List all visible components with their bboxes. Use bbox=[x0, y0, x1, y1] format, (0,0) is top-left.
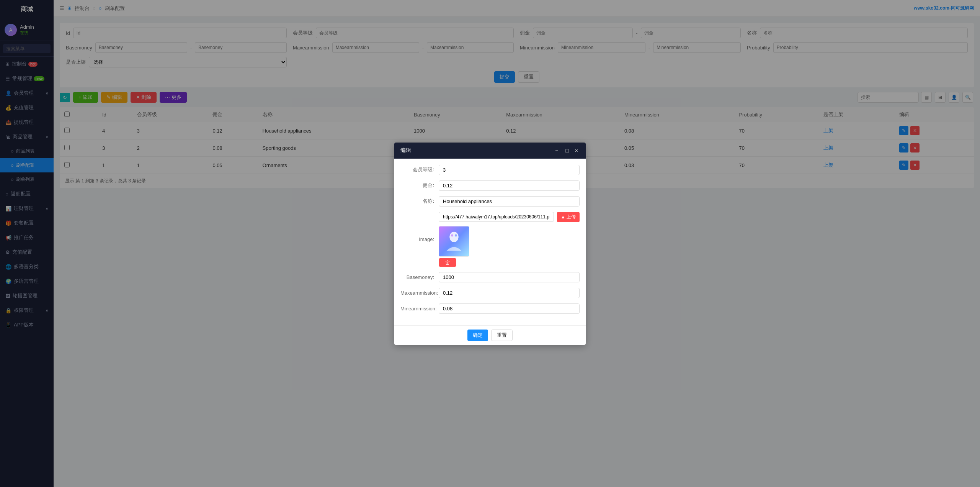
modal-field-maxearnmission: Maxearnmission: bbox=[400, 288, 580, 298]
modal-image-thumb-wrap: 🗑 bbox=[439, 226, 580, 267]
modal-field-name: 名称: bbox=[400, 196, 580, 207]
modal-header: 编辑 － □ × bbox=[394, 143, 586, 159]
modal-image-url-input[interactable] bbox=[439, 212, 554, 222]
modal-minimize-btn[interactable]: － bbox=[552, 146, 561, 155]
svg-point-3 bbox=[455, 234, 457, 236]
modal-title: 编辑 bbox=[400, 147, 411, 154]
modal-overlay: 编辑 － □ × 会员等级: 佣金: 名称: bbox=[0, 0, 980, 487]
modal-delete-image-btn[interactable]: 🗑 bbox=[439, 258, 456, 267]
svg-point-1 bbox=[449, 231, 458, 242]
modal-image-thumb bbox=[439, 226, 469, 257]
modal-field-minearnmission: Minearnmission: bbox=[400, 303, 580, 314]
modal-image-row: ▲ 上传 bbox=[439, 212, 580, 222]
modal-close-btn[interactable]: × bbox=[573, 147, 580, 154]
svg-point-2 bbox=[451, 234, 453, 236]
modal-field-basemoney: Basemoney: bbox=[400, 272, 580, 282]
modal-minearnmission-label: Minearnmission: bbox=[400, 306, 439, 312]
modal-restore-btn[interactable]: □ bbox=[564, 147, 570, 154]
modal-maxearnmission-input[interactable] bbox=[439, 288, 580, 298]
modal-basemoney-label: Basemoney: bbox=[400, 274, 439, 280]
modal-footer: 确定 重置 bbox=[394, 325, 586, 345]
modal-minearnmission-input[interactable] bbox=[439, 303, 580, 314]
modal-commission-label: 佣金: bbox=[400, 182, 439, 189]
modal-maxearnmission-label: Maxearnmission: bbox=[400, 290, 439, 296]
modal-basemoney-input[interactable] bbox=[439, 272, 580, 282]
modal-controls: － □ × bbox=[552, 146, 580, 155]
modal-field-member-level: 会员等级: bbox=[400, 165, 580, 175]
modal-name-label: 名称: bbox=[400, 198, 439, 205]
modal-image-label: Image: bbox=[400, 236, 439, 242]
modal-field-commission: 佣金: bbox=[400, 180, 580, 191]
modal-body: 会员等级: 佣金: 名称: Image: ▲ 上传 bbox=[394, 159, 586, 325]
modal-member-level-label: 会员等级: bbox=[400, 166, 439, 173]
edit-modal: 编辑 － □ × 会员等级: 佣金: 名称: bbox=[394, 143, 586, 345]
modal-reset-btn[interactable]: 重置 bbox=[491, 330, 513, 341]
modal-commission-input[interactable] bbox=[439, 180, 580, 191]
modal-member-level-input[interactable] bbox=[439, 165, 580, 175]
modal-field-image: Image: ▲ 上传 bbox=[400, 212, 580, 267]
modal-upload-btn[interactable]: ▲ 上传 bbox=[557, 212, 580, 222]
modal-confirm-btn[interactable]: 确定 bbox=[467, 330, 488, 341]
modal-name-input[interactable] bbox=[439, 196, 580, 207]
